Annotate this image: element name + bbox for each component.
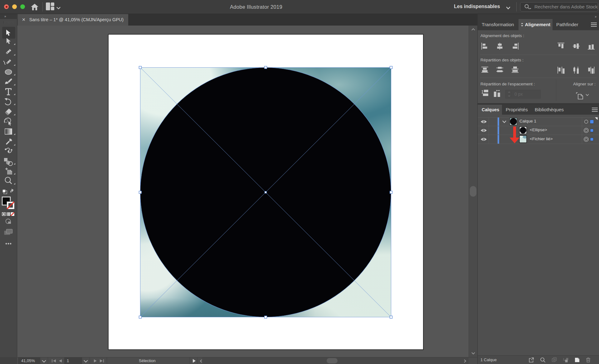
svg-text:0 px: 0 px <box>514 92 523 97</box>
